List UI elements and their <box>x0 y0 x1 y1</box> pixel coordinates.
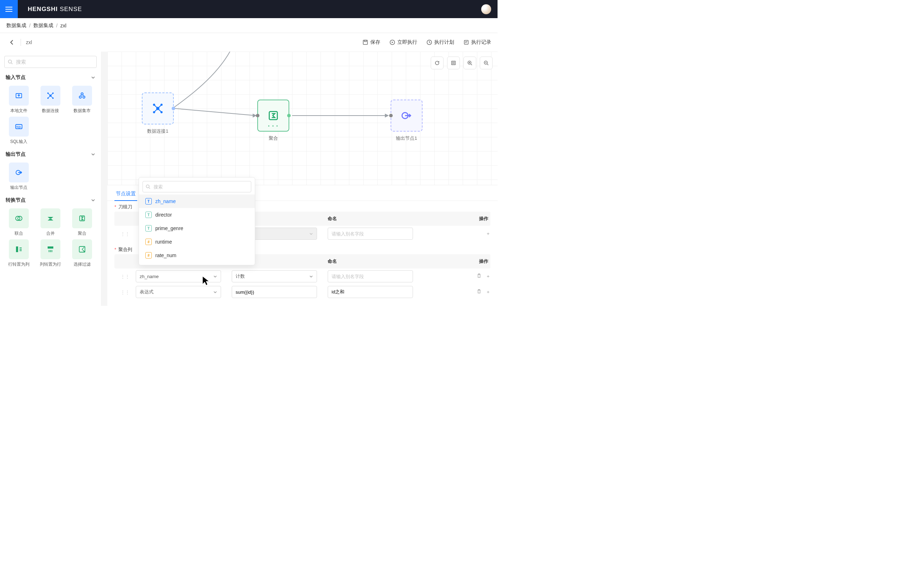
aggregate-label: 聚合列 <box>114 246 132 253</box>
breadcrumb-sep: / <box>29 23 30 29</box>
svg-text:SQL: SQL <box>16 126 21 128</box>
node-aggregate[interactable]: 聚合 <box>68 208 97 236</box>
breadcrumb-sep: / <box>56 23 58 29</box>
save-icon <box>363 40 368 45</box>
flow-canvas[interactable]: 数据连接1 • • • 聚合 输出节点1 <box>107 52 498 185</box>
section-output-nodes[interactable]: 输出节点 <box>4 148 97 159</box>
svg-rect-21 <box>16 246 18 252</box>
group-by-label: 刀组刀 <box>114 204 132 210</box>
history-button[interactable]: 执行记录 <box>463 39 491 46</box>
svg-marker-29 <box>385 114 388 117</box>
node-sql-input[interactable]: SQL SQL输入 <box>4 117 33 145</box>
section-input-nodes[interactable]: 输入节点 <box>4 72 97 82</box>
dropdown-item[interactable]: #rate_num <box>139 249 255 262</box>
clock-icon <box>426 40 432 45</box>
node-merge[interactable]: 合并 <box>36 208 65 236</box>
add-row[interactable]: ＋ <box>486 289 490 295</box>
svg-point-14 <box>83 96 85 98</box>
node-palette: 输入节点 本地文件 数据连接 数据集市 SQL SQL输入 输出节点 <box>0 52 101 306</box>
chevron-down-icon <box>91 198 95 202</box>
union-icon <box>9 208 29 228</box>
field-select[interactable]: 表达式 <box>136 286 221 298</box>
delete-row[interactable] <box>476 273 481 280</box>
palette-search[interactable] <box>4 56 97 68</box>
expression-input[interactable] <box>232 286 317 298</box>
svg-rect-0 <box>363 40 367 44</box>
dropdown-item[interactable]: Tzh_name <box>139 195 255 208</box>
row2col-icon <box>9 239 29 259</box>
aggregate-row: ⋮⋮ 表达式 ＋ <box>114 284 490 300</box>
svg-rect-22 <box>48 246 53 249</box>
output-icon <box>9 163 29 183</box>
section-transform-nodes[interactable]: 转换节点 <box>4 194 97 205</box>
back-button[interactable] <box>6 38 18 46</box>
search-icon <box>146 184 150 189</box>
upload-icon <box>9 86 29 106</box>
more-icon: • • • <box>268 124 278 129</box>
tab-node-settings[interactable]: 节点设置 <box>114 187 137 201</box>
dropdown-search-input[interactable] <box>143 181 251 192</box>
add-row[interactable]: ＋ <box>486 230 490 237</box>
history-icon <box>463 40 469 45</box>
svg-rect-1 <box>364 40 366 42</box>
method-select[interactable]: 计数 <box>232 270 317 282</box>
palette-search-input[interactable] <box>4 56 97 68</box>
node-row2col[interactable]: 行转置为列 <box>4 239 33 268</box>
chevron-down-icon <box>91 152 95 157</box>
play-icon <box>390 40 395 45</box>
datamart-icon <box>72 86 92 106</box>
search-icon <box>8 59 13 64</box>
drag-handle[interactable]: ⋮⋮ <box>114 274 136 279</box>
svg-point-37 <box>146 185 149 188</box>
flow-node-aggregate[interactable]: • • • 聚合 <box>256 100 290 141</box>
sql-icon: SQL <box>9 117 29 137</box>
breadcrumb-item[interactable]: 数据集成 <box>6 23 26 29</box>
page-title: zxl <box>26 40 32 45</box>
menu-button[interactable] <box>0 0 18 18</box>
alias-input[interactable] <box>328 286 413 298</box>
delete-row[interactable] <box>476 289 481 295</box>
breadcrumb-item[interactable]: 数据集成 <box>33 23 53 29</box>
dropdown-item[interactable]: Tdirector <box>139 208 255 222</box>
breadcrumb: 数据集成 / 数据集成 / zxl <box>0 18 498 33</box>
connection-icon <box>41 86 61 106</box>
node-data-connection[interactable]: 数据连接 <box>36 86 65 114</box>
breadcrumb-item: zxl <box>61 23 67 29</box>
brand: HENGSHI SENSE <box>28 6 82 13</box>
dropdown-item[interactable]: Tprime_genre <box>139 222 255 235</box>
merge-icon <box>41 208 61 228</box>
svg-point-13 <box>79 96 81 98</box>
dropdown-item[interactable]: #runtime <box>139 235 255 249</box>
svg-rect-4 <box>464 41 469 44</box>
drag-handle[interactable]: ⋮⋮ <box>114 289 136 295</box>
flow-node-connection[interactable]: 数据连接1 <box>141 93 174 134</box>
field-select[interactable]: zh_name <box>136 270 221 282</box>
filter-icon <box>72 239 92 259</box>
hamburger-icon <box>5 7 12 12</box>
node-union[interactable]: 联合 <box>4 208 33 236</box>
chevron-down-icon <box>91 75 95 80</box>
alias-input[interactable] <box>328 228 413 240</box>
node-output[interactable]: 输出节点 <box>4 163 33 191</box>
drag-handle[interactable]: ⋮⋮ <box>114 231 136 236</box>
divider <box>21 39 21 46</box>
svg-point-5 <box>9 60 12 63</box>
node-filter[interactable]: 选择过滤 <box>68 239 97 268</box>
save-button[interactable]: 保存 <box>363 39 380 46</box>
avatar[interactable] <box>481 4 491 14</box>
node-col2row[interactable]: 列转置为行 <box>36 239 65 268</box>
add-row[interactable]: ＋ <box>486 273 490 280</box>
aggregate-icon <box>72 208 92 228</box>
alias-input[interactable] <box>328 270 413 282</box>
node-datamart[interactable]: 数据集市 <box>68 86 97 114</box>
aggregate-row: ⋮⋮ zh_name 计数 ＋ <box>114 268 490 284</box>
flow-node-output[interactable]: 输出节点1 <box>390 100 423 141</box>
schedule-button[interactable]: 执行计划 <box>426 39 454 46</box>
run-now-button[interactable]: 立即执行 <box>390 39 417 46</box>
page-toolbar: zxl 保存 立即执行 执行计划 执行记录 <box>0 33 498 52</box>
topbar: HENGSHI SENSE <box>0 0 498 18</box>
dropdown-search[interactable] <box>143 181 251 192</box>
svg-marker-28 <box>253 114 256 117</box>
node-local-file[interactable]: 本地文件 <box>4 86 33 114</box>
col2row-icon <box>41 239 61 259</box>
